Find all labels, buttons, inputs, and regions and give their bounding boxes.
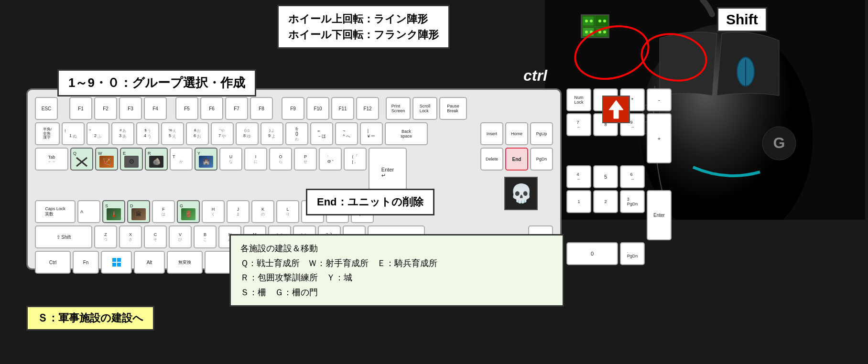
mouse-icon-middle bbox=[602, 96, 630, 123]
key-hankaku[interactable]: 半角/全角漢字 bbox=[35, 122, 60, 145]
key-v[interactable]: V ひ bbox=[169, 225, 192, 248]
key-minus[interactable]: =－ほ bbox=[310, 122, 333, 145]
key-pgup[interactable]: PgUp bbox=[530, 122, 553, 145]
key-fn[interactable]: Fn bbox=[73, 251, 99, 274]
key-f9[interactable]: F9 bbox=[282, 97, 304, 120]
svg-point-15 bbox=[585, 31, 588, 33]
key-0[interactable]: を 0 わ bbox=[285, 122, 308, 145]
key-pause-break[interactable]: PauseBreak bbox=[439, 97, 467, 120]
key-i[interactable]: I に bbox=[244, 148, 267, 171]
key-f10[interactable]: F10 bbox=[306, 97, 329, 120]
key-esc[interactable]: ESC bbox=[35, 97, 58, 120]
key-yen[interactable]: |¥ ー bbox=[360, 122, 383, 145]
key-caret[interactable]: ~^ へ bbox=[335, 122, 358, 145]
key-r[interactable]: R 🪨 bbox=[145, 148, 168, 171]
key-7[interactable]: 'や 7や bbox=[211, 122, 234, 145]
numpad-minus[interactable]: - bbox=[647, 88, 672, 111]
key-ctrl[interactable]: Ctrl bbox=[35, 251, 71, 274]
key-end[interactable]: End bbox=[505, 148, 528, 171]
key-u[interactable]: U な bbox=[219, 148, 242, 171]
number-row: 半角/全角漢字 ! 1ぬ " 2ふ #あ 3あ $う 4う %え 5え bbox=[35, 122, 553, 145]
key-f8[interactable]: F8 bbox=[250, 97, 273, 120]
key-f5[interactable]: F5 bbox=[175, 97, 198, 120]
key-delete[interactable]: Delete bbox=[480, 148, 503, 171]
key-5[interactable]: %え 5え bbox=[161, 122, 184, 145]
numpad-1[interactable]: 1 bbox=[566, 190, 591, 213]
key-win[interactable] bbox=[101, 251, 132, 274]
key-b[interactable]: B こ bbox=[194, 225, 217, 248]
key-scroll-lock[interactable]: ScrollLock bbox=[412, 97, 437, 120]
ctrl-label: ctrl bbox=[523, 67, 547, 85]
building-info-box: 各施設の建設＆移動 Ｑ：戦士育成所 Ｗ：射手育成所 Ｅ：騎兵育成所 Ｒ：包囲攻撃… bbox=[229, 234, 564, 307]
key-insert[interactable]: Insert bbox=[480, 122, 503, 145]
key-h[interactable]: H く bbox=[202, 200, 225, 223]
key-muhenkan[interactable]: 無変換 bbox=[167, 251, 203, 274]
svg-point-11 bbox=[585, 20, 588, 22]
svg-rect-25 bbox=[112, 263, 116, 267]
key-q[interactable]: Q bbox=[70, 148, 93, 171]
key-x[interactable]: X さ bbox=[119, 225, 142, 248]
wheel-info-box: ホイール上回転：ライン陣形 ホイール下回転：フランク陣形 bbox=[277, 5, 450, 49]
key-4[interactable]: $う 4う bbox=[136, 122, 159, 145]
key-f3[interactable]: F3 bbox=[119, 97, 142, 120]
key-s[interactable]: S 🗼 bbox=[102, 200, 125, 223]
key-a[interactable]: A bbox=[77, 200, 100, 223]
wheel-line1: ホイール上回転：ライン陣形 bbox=[288, 11, 439, 27]
key-f11[interactable]: F11 bbox=[331, 97, 354, 120]
key-print-screen[interactable]: PrintScreen bbox=[386, 97, 411, 120]
svg-point-13 bbox=[598, 20, 601, 22]
key-caps[interactable]: Caps Lock英数 bbox=[35, 200, 76, 223]
numpad-plus[interactable]: + bbox=[647, 113, 672, 163]
numpad-enter[interactable]: Enter bbox=[647, 190, 672, 240]
numpad-6[interactable]: 6→ bbox=[620, 165, 645, 188]
key-pgdn[interactable]: PgDn bbox=[530, 148, 553, 171]
numpad-numlock[interactable]: NumLock bbox=[566, 88, 591, 111]
key-alt[interactable]: Alt bbox=[134, 251, 165, 274]
key-l[interactable]: L り bbox=[276, 200, 299, 223]
key-p[interactable]: P せ bbox=[294, 148, 317, 171]
numpad-2[interactable]: 2 bbox=[593, 190, 618, 213]
key-9[interactable]: )よ 9よ bbox=[260, 122, 283, 145]
key-tab[interactable]: Tab ←→ bbox=[35, 148, 68, 171]
key-f4[interactable]: F4 bbox=[144, 97, 167, 120]
key-2[interactable]: " 2ふ bbox=[87, 122, 109, 145]
key-3[interactable]: #あ 3あ bbox=[111, 122, 134, 145]
key-f6[interactable]: F6 bbox=[200, 97, 223, 120]
key-j[interactable]: J ま bbox=[227, 200, 250, 223]
numpad-4[interactable]: 4← bbox=[566, 165, 591, 188]
key-8[interactable]: (ゆ 8ゆ bbox=[236, 122, 259, 145]
key-t[interactable]: T か bbox=[170, 148, 193, 171]
key-f2[interactable]: F2 bbox=[94, 97, 117, 120]
key-o[interactable]: O ら bbox=[269, 148, 292, 171]
building-line4: Ｓ：柵 Ｇ：柵の門 bbox=[240, 285, 553, 300]
key-e[interactable]: E ⚙ bbox=[120, 148, 143, 171]
military-info-text: Ｓ：軍事施設の建設へ bbox=[37, 312, 143, 324]
key-z[interactable]: Z つ bbox=[94, 225, 117, 248]
svg-point-14 bbox=[603, 20, 606, 22]
key-1[interactable]: ! 1ぬ bbox=[62, 122, 85, 145]
numpad-dot[interactable]: .PgDn bbox=[620, 242, 645, 265]
key-backspace[interactable]: Backspace bbox=[385, 122, 428, 145]
key-d[interactable]: D 🏛 bbox=[127, 200, 150, 223]
key-f7[interactable]: F7 bbox=[225, 97, 248, 120]
mouse-icon-top bbox=[581, 14, 609, 38]
key-f[interactable]: F は bbox=[152, 200, 175, 223]
key-c[interactable]: C そ bbox=[144, 225, 167, 248]
key-at[interactable]: `@ " bbox=[319, 148, 342, 171]
key-bracket-left[interactable]: { 「[ 。 bbox=[344, 148, 367, 171]
key-f1[interactable]: F1 bbox=[69, 97, 92, 120]
key-6[interactable]: &お 6お bbox=[186, 122, 209, 145]
key-k[interactable]: K の bbox=[251, 200, 274, 223]
numpad-0[interactable]: 0 bbox=[566, 242, 618, 265]
svg-point-12 bbox=[590, 20, 593, 22]
numpad-5[interactable]: 5 bbox=[593, 165, 618, 188]
numpad-3[interactable]: 3PgDn bbox=[620, 190, 645, 213]
numpad-7[interactable]: 7← bbox=[566, 113, 591, 136]
key-y[interactable]: Y 🏰 bbox=[195, 148, 217, 171]
key-w[interactable]: W 🏹 bbox=[95, 148, 118, 171]
key-shift-left[interactable]: ⇧ Shift bbox=[35, 225, 92, 248]
key-home[interactable]: Home bbox=[505, 122, 528, 145]
key-g[interactable]: G 🚪 bbox=[177, 200, 200, 223]
key-f12[interactable]: F12 bbox=[356, 97, 379, 120]
svg-point-17 bbox=[598, 31, 601, 33]
